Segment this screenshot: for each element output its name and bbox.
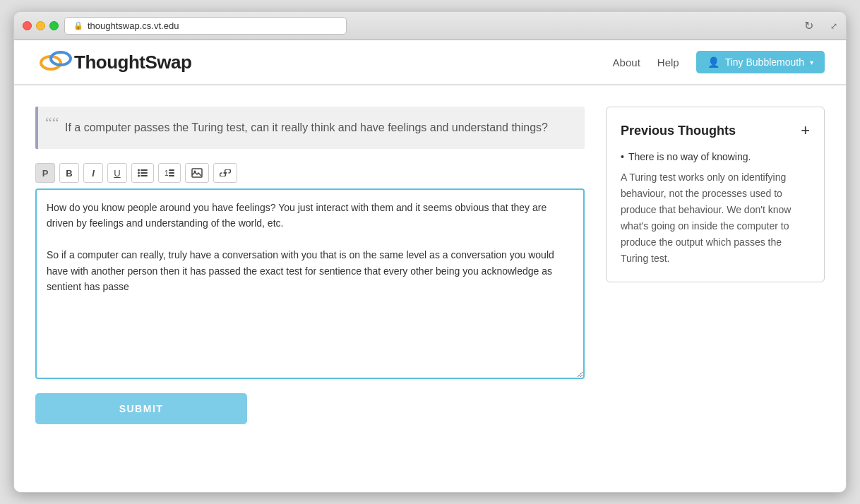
user-icon: 👤: [707, 56, 719, 68]
svg-rect-10: [169, 172, 174, 174]
submit-button[interactable]: SUBMIT: [35, 393, 247, 424]
browser-titlebar: 🔒 thoughtswap.cs.vt.edu ↻ ⤢: [14, 12, 846, 40]
editor-toolbar: P B I U: [35, 163, 585, 183]
svg-rect-9: [169, 169, 174, 171]
nav-links: About Help 👤 Tiny Bubblemouth ▾: [613, 51, 825, 73]
prompt-text: If a computer passes the Turing test, ca…: [48, 119, 571, 136]
thought-paragraph: A Turing test works only on identifying …: [621, 169, 810, 268]
svg-point-4: [138, 172, 140, 174]
bold-button[interactable]: B: [59, 163, 79, 183]
lock-icon: 🔒: [73, 21, 83, 30]
paragraph-button[interactable]: P: [35, 163, 55, 183]
card-header: Previous Thoughts +: [621, 121, 810, 140]
minimize-button[interactable]: [36, 21, 45, 30]
link-icon: [220, 169, 231, 176]
reload-button[interactable]: ↻: [799, 16, 819, 35]
help-link[interactable]: Help: [657, 56, 679, 68]
maximize-button[interactable]: [49, 21, 59, 30]
svg-point-6: [138, 175, 140, 177]
italic-button[interactable]: I: [83, 163, 103, 183]
image-button[interactable]: [185, 163, 209, 183]
expand-icon[interactable]: ⤢: [830, 21, 837, 31]
traffic-lights: [23, 21, 59, 30]
underline-button[interactable]: U: [107, 163, 127, 183]
link-button[interactable]: [213, 163, 237, 183]
user-name: Tiny Bubblemouth: [725, 56, 804, 68]
svg-rect-11: [169, 175, 174, 176]
text-editor[interactable]: How do you know people around you have f…: [35, 188, 585, 379]
logo-area: ThoughtSwap: [35, 49, 191, 76]
bullet-dot: •: [621, 151, 624, 162]
prompt-box: ““ If a computer passes the Turing test,…: [35, 107, 585, 149]
main-layout: ““ If a computer passes the Turing test,…: [14, 85, 846, 445]
right-panel: Previous Thoughts + • There is no way of…: [606, 107, 825, 424]
browser-window: 🔒 thoughtswap.cs.vt.edu ↻ ⤢ ThoughtSwap …: [13, 11, 847, 493]
bullet-text: There is no way of knowing.: [628, 151, 751, 162]
app-content: ThoughtSwap About Help 👤 Tiny Bubblemout…: [14, 40, 846, 492]
chevron-down-icon: ▾: [810, 59, 813, 66]
logo-text: ThoughtSwap: [74, 52, 191, 73]
thought-bullet: • There is no way of knowing.: [621, 151, 810, 162]
previous-thoughts-card: Previous Thoughts + • There is no way of…: [606, 107, 825, 282]
url-bar[interactable]: 🔒 thoughtswap.cs.vt.edu: [64, 17, 347, 35]
svg-point-2: [138, 169, 140, 172]
image-icon: [191, 168, 203, 178]
user-menu-button[interactable]: 👤 Tiny Bubblemouth ▾: [696, 51, 825, 73]
unordered-list-icon: [138, 169, 148, 177]
svg-rect-7: [141, 175, 148, 176]
top-nav: ThoughtSwap About Help 👤 Tiny Bubblemout…: [14, 40, 846, 85]
quote-mark: ““: [45, 114, 59, 132]
about-link[interactable]: About: [613, 56, 640, 68]
svg-rect-5: [141, 172, 148, 174]
card-title: Previous Thoughts: [621, 124, 736, 138]
url-text: thoughtswap.cs.vt.edu: [88, 20, 179, 31]
logo-rings: [35, 49, 74, 76]
ordered-list-icon: 1.: [165, 169, 174, 177]
add-thought-button[interactable]: +: [801, 121, 810, 140]
unordered-list-button[interactable]: [131, 163, 154, 183]
ordered-list-button[interactable]: 1.: [158, 163, 181, 183]
address-bar: 🔒 thoughtswap.cs.vt.edu ↻: [64, 16, 819, 35]
close-button[interactable]: [23, 21, 32, 30]
left-panel: ““ If a computer passes the Turing test,…: [35, 107, 585, 424]
svg-rect-3: [141, 169, 148, 171]
